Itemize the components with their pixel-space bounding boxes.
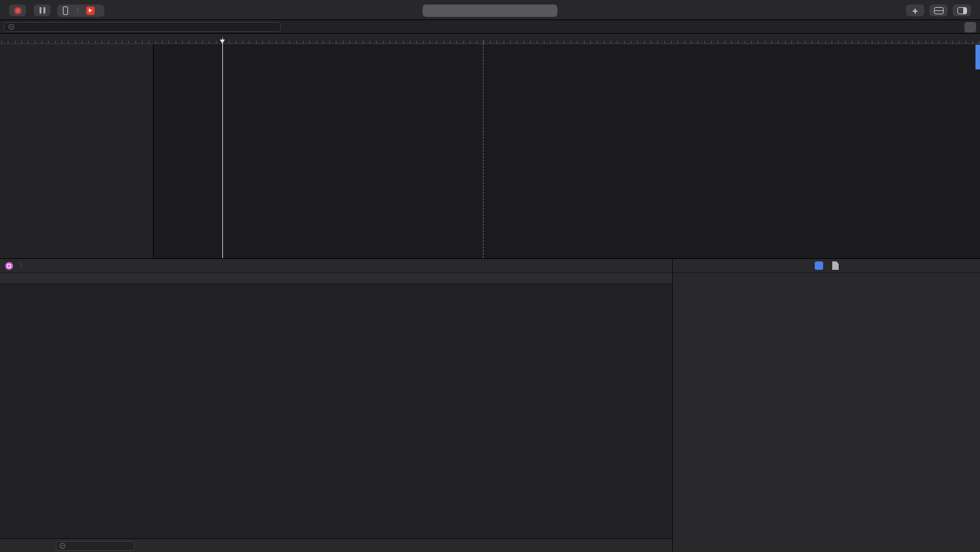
track-area (0, 44, 980, 258)
split-view-icon (934, 7, 944, 14)
detail-pane: 〉 (0, 258, 980, 552)
hitch-table-body (0, 284, 672, 538)
filter-icon (8, 24, 14, 30)
playhead-marker-icon[interactable] (220, 40, 225, 43)
app-icon (86, 6, 95, 15)
timeline-ruler[interactable] (0, 34, 980, 44)
add-instrument-button[interactable]: + (906, 5, 924, 16)
extended-detail-icon[interactable] (815, 261, 823, 270)
device-target-chip[interactable]: 〉 (57, 5, 104, 17)
toggle-bottom-pane-button[interactable] (929, 5, 948, 16)
run-status (423, 5, 557, 17)
playhead-line[interactable] (222, 38, 223, 258)
hitch-table-header (0, 273, 672, 284)
detail-breadcrumb: 〉 (0, 259, 672, 273)
duplicate-button[interactable] (964, 22, 976, 32)
inspector-panel (672, 259, 980, 552)
toolbar: 〉 + (0, 0, 980, 20)
track-sidebar (0, 44, 154, 258)
inspector-toolbar (673, 259, 980, 273)
document-icon[interactable] (832, 261, 839, 270)
chevron-right-icon: 〉 (76, 6, 82, 16)
iphone-icon (63, 6, 68, 15)
reference-dashed-line (483, 40, 484, 258)
hitches-instrument-icon (5, 262, 13, 270)
filter-icon (60, 543, 65, 549)
record-button[interactable] (9, 5, 26, 16)
record-icon (14, 7, 21, 14)
pause-icon (40, 7, 45, 14)
instruments-window: 〉 + (0, 0, 980, 552)
ruler-minor-ticks (1, 41, 980, 43)
track-filter-input[interactable] (4, 22, 281, 32)
plus-icon: + (913, 6, 918, 16)
detail-bottom-bar (0, 538, 672, 552)
hitches-row-edge-indicator (975, 45, 980, 69)
toggle-inspector-button[interactable] (953, 5, 971, 16)
inspector-icon (957, 7, 967, 14)
instrument-detail-search[interactable] (56, 541, 135, 551)
breadcrumb-separator-icon: 〉 (19, 261, 26, 270)
track-tab-bar (0, 20, 980, 34)
pause-button[interactable] (34, 5, 51, 16)
